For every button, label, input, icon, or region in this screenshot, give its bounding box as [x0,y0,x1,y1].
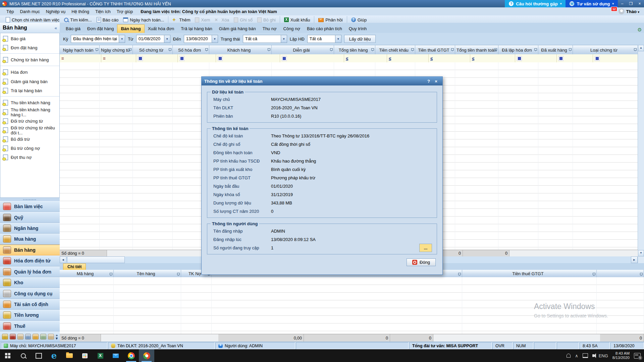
more-modules-icon[interactable]: »▾ [56,334,58,340]
toolbar-button[interactable]: Chọn chi nhánh làm việc [3,16,62,23]
pin-icon[interactable] [205,48,208,51]
action-center-icon[interactable]: 5 [634,353,641,359]
detail-grid-body[interactable] [60,277,644,334]
sidebar-splitter[interactable]: ▪▪▪▪▪▪▪▪▪ [0,198,60,201]
taskbar-button[interactable] [31,349,46,362]
pin-icon[interactable] [634,48,637,51]
pin-icon[interactable] [411,48,414,51]
sidebar-module[interactable]: Hóa đơn điện tử [0,255,60,266]
grid-filter-cell[interactable]: ≤ [429,54,470,62]
toolbar-button[interactable]: Bỏ ghi [255,16,280,23]
toolbar-button[interactable]: Giúp [349,16,369,23]
sidebar-module[interactable]: Tài sản cố định [0,299,60,310]
sidebar-module[interactable]: Quản lý hóa đơn [0,266,60,277]
grid-column-header[interactable]: Khách hàng [209,45,272,55]
sidebar-module[interactable]: Công cụ dụng cụ [0,288,60,299]
pin-icon[interactable] [458,273,461,275]
grid-filter-cell[interactable] [557,54,593,62]
tab[interactable]: Trả lại hàng bán [177,25,215,33]
menu-item[interactable]: Trợ giúp [114,9,136,14]
note-mini-icon[interactable] [48,334,54,340]
detail-column-header[interactable] [597,270,644,277]
taskbar-button[interactable] [93,349,108,362]
pin-icon[interactable] [640,273,643,275]
gold-coins-mini-icon[interactable] [2,334,8,340]
sidebar-item[interactable]: Thu tiền khách hàng hàng l... [0,108,59,117]
dialog-help-button[interactable]: ? [425,79,432,84]
taskbar-button[interactable] [62,349,77,362]
from-date-input[interactable]: 01/08/2020 ▼ [136,35,170,43]
sidebar-item[interactable]: Đối trừ chứng từ [0,117,59,126]
toolbar-button[interactable]: Thêm [170,16,193,23]
sidebar-module[interactable]: Quỹ [0,212,60,223]
sidebar-module[interactable]: Ngân hàng [0,223,60,234]
scroll-right-icon[interactable]: ► [631,256,638,263]
toolbar-button[interactable]: Xem [193,16,212,23]
taskbar-button[interactable] [77,349,93,362]
pin-icon[interactable] [110,273,112,275]
more-button[interactable]: ... [419,244,432,252]
taskbar-button[interactable] [15,349,31,362]
sidebar-module[interactable]: Tiền lương [0,310,60,320]
people-icon[interactable] [567,354,571,358]
collapse-sidebar-icon[interactable]: « [55,25,57,31]
pin-icon[interactable] [494,48,497,51]
toolbar-button[interactable]: Xóa [212,16,231,23]
notification-icon[interactable]: 12 [608,8,616,15]
network-icon[interactable] [583,353,588,358]
grid-column-header[interactable]: Tiền thuế GTGT [415,45,455,55]
report-mini-icon[interactable] [25,334,31,340]
sidebar-item[interactable]: Giảm giá hàng bán [0,77,59,86]
dong-close-button[interactable]: Đóng [407,258,436,266]
pin-icon[interactable] [96,48,98,51]
grid-filter-cell[interactable] [178,54,216,62]
grid-column-header[interactable]: Tiền chiết khấu [375,45,415,55]
tab[interactable]: Bán hàng [117,24,144,33]
tab[interactable]: Báo giá [62,25,84,33]
grid-filter-cell[interactable] [216,54,280,62]
grid-column-header[interactable]: Đã xuất hàng [538,45,573,55]
menu-item[interactable]: Tệp [3,9,17,14]
sidebar-module[interactable]: Bàn làm việc [0,201,60,212]
grid-column-header[interactable]: Số hóa đơn [173,45,209,55]
grid-column-header[interactable]: Số chứng từ [133,45,173,55]
to-date-input[interactable]: 13/08/2020 ▼ [184,35,218,43]
scroll-down-icon[interactable]: ▼ [638,250,644,256]
sidebar-item[interactable]: Đơn đặt hàng [0,43,59,52]
sidebar-module[interactable]: Thuế [0,321,60,331]
toolbar-button[interactable]: Xuất khẩu [282,16,315,23]
pin-icon[interactable] [534,48,537,51]
speaker-icon[interactable] [592,354,594,357]
show-hidden-icons[interactable]: ∧ [575,353,578,358]
taskbar-button[interactable] [46,349,62,362]
tab[interactable]: Quy trình [345,25,370,33]
tab[interactable]: Giảm giá hàng bán [216,25,259,33]
scrollbar-thumb[interactable] [67,256,125,263]
grid-filter-cell[interactable] [280,54,344,62]
grid-column-header[interactable]: Diễn giải [272,45,334,55]
menu-item[interactable]: Tiện ích [92,9,114,14]
user-menu[interactable]: Thảo ▾ [626,9,639,14]
invoice-filter-select[interactable]: Tất cả ▼ [307,35,341,43]
user-avatar[interactable] [619,8,625,14]
pin-icon[interactable] [569,48,572,51]
load-data-button[interactable]: Lấy dữ liệu [344,35,376,43]
detail-column-header[interactable]: Tiền thuế GTGT [462,270,597,277]
grid-filter-cell[interactable]: ≤ [344,54,387,62]
faq-button[interactable]: ? Câu hỏi thường gặp ▾ [505,0,566,7]
pin-icon[interactable] [593,273,595,275]
grid-filter-cell[interactable] [515,54,557,62]
support-button[interactable]: ☏ Tư vấn sử dụng ▾ [566,0,618,7]
grid-filter-cell[interactable]: ≤ [470,54,515,62]
sidebar-module[interactable]: Kho [0,277,60,288]
language-indicator[interactable]: ENG [599,353,608,358]
grid-column-header[interactable]: Tổng tiền hàng [334,45,375,55]
status-select[interactable]: Tất cả ▼ [243,35,287,43]
taskbar-button[interactable] [108,349,123,362]
sidebar-item[interactable]: Chứng từ bán hàng [0,53,59,65]
period-select[interactable]: Đầu tháng đến hiện tại ▼ [71,35,125,43]
toolbar-button[interactable]: Báo cáo [94,16,121,23]
sidebar-item[interactable]: Bỏ đối trừ [0,135,59,144]
grid-column-header[interactable]: Ngày hạch toán [60,45,100,55]
menu-item[interactable]: Nghiệp vụ [43,9,69,14]
